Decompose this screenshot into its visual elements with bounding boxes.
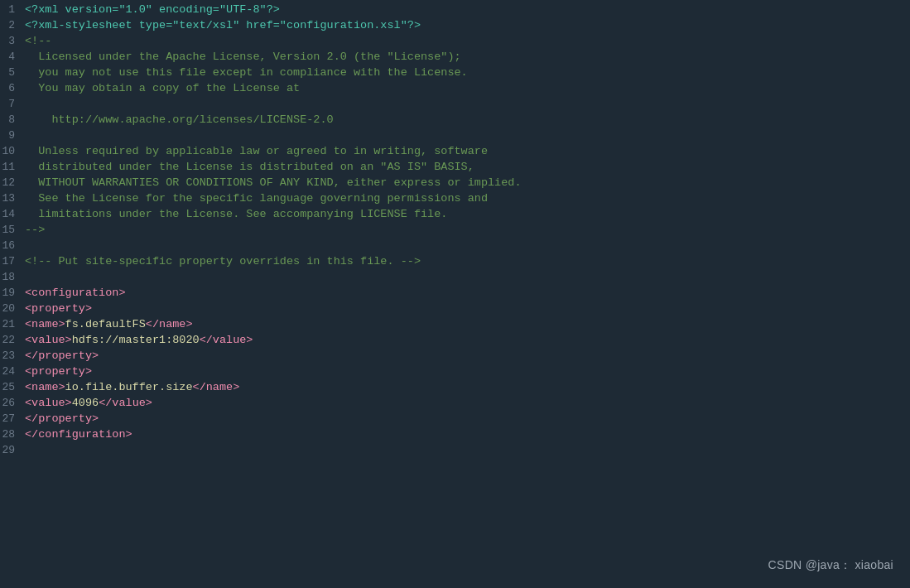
line-content: <property> <box>25 301 910 316</box>
line-number: 25 <box>0 379 25 395</box>
line-content: <property> <box>25 364 910 379</box>
line-content: you may not use this file except in comp… <box>25 65 910 80</box>
line-number: 4 <box>0 49 25 65</box>
code-line: 1<?xml version="1.0" encoding="UTF-8"?> <box>0 2 910 17</box>
code-line: 6 You may obtain a copy of the License a… <box>0 80 910 96</box>
watermark: CSDN @java： xiaobai <box>768 558 893 573</box>
line-number: 7 <box>0 96 25 112</box>
code-line: 21<name>fs.defaultFS</name> <box>0 316 910 332</box>
line-number: 27 <box>0 411 25 427</box>
code-line: 27</property> <box>0 411 910 427</box>
line-number: 13 <box>0 190 25 206</box>
line-content: --> <box>25 222 910 238</box>
code-line: 24<property> <box>0 364 910 379</box>
code-line: 15--> <box>0 222 910 238</box>
code-line: 20<property> <box>0 301 910 316</box>
line-number: 11 <box>0 159 25 175</box>
line-content: <value>hdfs://master1:8020</value> <box>25 332 910 348</box>
line-content: You may obtain a copy of the License at <box>25 80 910 96</box>
code-line: 13 See the License for the specific lang… <box>0 190 910 206</box>
line-number: 29 <box>0 442 25 458</box>
line-content: <configuration> <box>25 285 910 301</box>
code-line: 17<!-- Put site-specific property overri… <box>0 253 910 269</box>
line-number: 16 <box>0 238 25 253</box>
line-number: 18 <box>0 269 25 285</box>
code-line: 4 Licensed under the Apache License, Ver… <box>0 49 910 65</box>
line-number: 9 <box>0 128 25 143</box>
line-content: <name>io.file.buffer.size</name> <box>25 379 910 395</box>
code-line: 29 <box>0 442 910 458</box>
line-number: 24 <box>0 364 25 379</box>
code-line: 19<configuration> <box>0 285 910 301</box>
line-number: 26 <box>0 395 25 411</box>
line-content: <value>4096</value> <box>25 395 910 411</box>
code-line: 5 you may not use this file except in co… <box>0 65 910 80</box>
line-number: 10 <box>0 143 25 159</box>
code-container: 1<?xml version="1.0" encoding="UTF-8"?>2… <box>0 0 910 458</box>
line-number: 20 <box>0 301 25 316</box>
line-number: 14 <box>0 206 25 222</box>
code-line: 2<?xml-stylesheet type="text/xsl" href="… <box>0 17 910 33</box>
line-number: 6 <box>0 80 25 96</box>
line-content: http://www.apache.org/licenses/LICENSE-2… <box>25 112 910 128</box>
code-line: 26<value>4096</value> <box>0 395 910 411</box>
line-content: Unless required by applicable law or agr… <box>25 143 910 159</box>
line-number: 19 <box>0 285 25 301</box>
line-content: Licensed under the Apache License, Versi… <box>25 49 910 65</box>
line-content: WITHOUT WARRANTIES OR CONDITIONS OF ANY … <box>25 175 910 190</box>
code-line: 3<!-- <box>0 33 910 49</box>
line-number: 17 <box>0 253 25 269</box>
line-content: <name>fs.defaultFS</name> <box>25 316 910 332</box>
line-content: <!-- <box>25 33 910 49</box>
code-line: 16 <box>0 238 910 253</box>
line-number: 2 <box>0 17 25 33</box>
code-editor: 1<?xml version="1.0" encoding="UTF-8"?>2… <box>0 0 910 588</box>
code-line: 18 <box>0 269 910 285</box>
code-line: 11 distributed under the License is dist… <box>0 159 910 175</box>
line-content: <?xml version="1.0" encoding="UTF-8"?> <box>25 2 910 17</box>
line-content: distributed under the License is distrib… <box>25 159 910 175</box>
code-line: 23</property> <box>0 348 910 364</box>
line-content: See the License for the specific languag… <box>25 190 910 206</box>
code-line: 12 WITHOUT WARRANTIES OR CONDITIONS OF A… <box>0 175 910 190</box>
line-number: 23 <box>0 348 25 364</box>
code-line: 28</configuration> <box>0 427 910 442</box>
line-number: 21 <box>0 316 25 332</box>
line-number: 1 <box>0 2 25 17</box>
line-content: </property> <box>25 348 910 364</box>
code-line: 14 limitations under the License. See ac… <box>0 206 910 222</box>
line-content: </property> <box>25 411 910 427</box>
line-number: 5 <box>0 65 25 80</box>
line-number: 28 <box>0 427 25 442</box>
code-line: 22<value>hdfs://master1:8020</value> <box>0 332 910 348</box>
line-number: 3 <box>0 33 25 49</box>
line-content: limitations under the License. See accom… <box>25 206 910 222</box>
line-number: 12 <box>0 175 25 190</box>
line-content: </configuration> <box>25 427 910 442</box>
code-line: 8 http://www.apache.org/licenses/LICENSE… <box>0 112 910 128</box>
code-line: 10 Unless required by applicable law or … <box>0 143 910 159</box>
line-number: 8 <box>0 112 25 128</box>
line-number: 15 <box>0 222 25 238</box>
code-line: 9 <box>0 128 910 143</box>
code-line: 7 <box>0 96 910 112</box>
line-number: 22 <box>0 332 25 348</box>
code-line: 25<name>io.file.buffer.size</name> <box>0 379 910 395</box>
line-content: <!-- Put site-specific property override… <box>25 253 910 269</box>
line-content: <?xml-stylesheet type="text/xsl" href="c… <box>25 17 910 33</box>
